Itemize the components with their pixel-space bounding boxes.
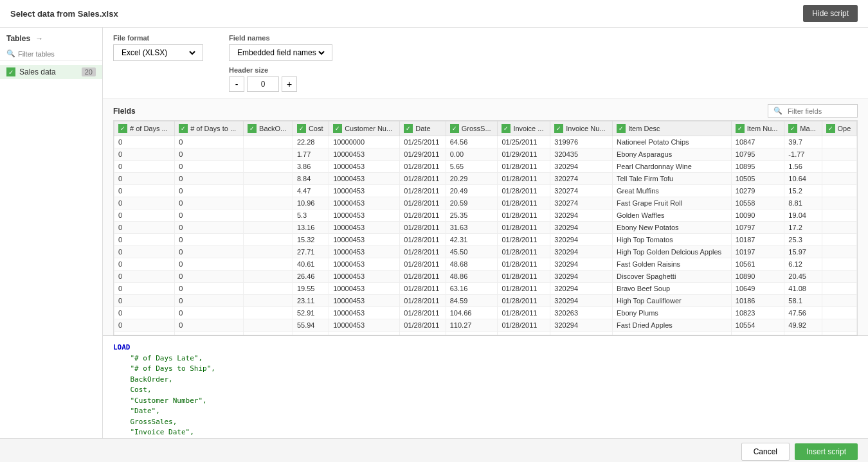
table-cell: 0 [175,185,244,197]
col-header-item-desc[interactable]: Item Desc [613,121,732,136]
table-cell: 31.63 [446,222,498,234]
table-item-sales-data[interactable]: Sales data 20 [0,65,102,79]
table-cell: 320294 [550,319,613,332]
table-cell: 45.50 [446,246,498,258]
table-cell: 10.96 [293,197,329,209]
table-cell: 320294 [550,283,613,295]
table-cell [822,295,856,307]
col-header-margin[interactable]: Ma... [784,121,822,136]
table-cell: 40.61 [293,258,329,271]
col-header-gross[interactable]: GrossS... [446,121,498,136]
table-cell [244,246,293,258]
table-cell: 01/28/2011 [498,173,550,185]
col-header-backorder[interactable]: BackO... [244,121,293,136]
table-cell: High Top Tomatos [613,234,732,246]
filter-tables-wrap: 🔍 [0,47,102,61]
table-cell [244,234,293,246]
col-header-invoice-num[interactable]: Invoice Nu... [550,121,613,136]
col-header-item-num[interactable]: Item Nu... [731,121,784,136]
data-table-wrap[interactable]: # of Days ... # of Days to ... BackO... … [113,120,858,335]
table-cell: 15.2 [784,185,822,197]
table-cell: 10558 [731,197,784,209]
table-cell: 01/28/2011 [400,234,446,246]
table-cell: 10279 [731,185,784,197]
header-size-row: - 0 + [229,76,332,92]
sales-data-checkbox[interactable] [6,67,15,76]
table-row: 008.841000045301/28/201120.2901/28/20113… [114,173,857,185]
table-cell [822,148,856,161]
table-row: 0019.551000045301/28/201163.1601/28/2011… [114,283,857,295]
table-cell: 10561 [731,258,784,271]
table-cell: 4.47 [293,185,329,197]
table-cell: 156.50 [446,332,498,336]
table-cell: 0 [114,271,175,283]
table-cell: 01/28/2011 [400,271,446,283]
col-header-ope[interactable]: Ope [822,121,856,136]
header-minus-btn[interactable]: - [229,76,244,92]
col-header-customer[interactable]: Customer Nu... [329,121,400,136]
filter-tables-input[interactable] [18,50,96,58]
file-format-label: File format [113,34,203,42]
insert-script-button[interactable]: Insert script [795,443,858,460]
table-cell: Just Right Chicken Ramen Soup [613,332,732,336]
field-names-group: Field names Embedded field names No fiel… [229,34,332,61]
table-cell [822,246,856,258]
table-cell [822,136,856,148]
table-cell [822,197,856,209]
table-cell: 10000453 [329,332,400,336]
table-cell: 0 [175,258,244,271]
cancel-button[interactable]: Cancel [741,443,790,461]
script-section: LOAD "# of Days Late", "# of Days to Shi… [103,335,868,438]
table-cell: 01/29/2011 [498,148,550,161]
col-header-days[interactable]: # of Days ... [114,121,175,136]
table-cell: 01/28/2011 [498,246,550,258]
table-cell: 10554 [731,319,784,332]
field-names-select-wrap[interactable]: Embedded field names No field names [229,44,332,61]
filter-fields-input[interactable] [788,107,852,115]
hide-script-button[interactable]: Hide script [803,5,858,22]
table-cell: 47.56 [784,307,822,319]
table-cell: 10186 [731,295,784,307]
table-cell: 55.94 [293,319,329,332]
table-cell: 15.32 [293,234,329,246]
table-cell: 26.46 [293,271,329,283]
header-size-label: Header size [229,66,332,74]
table-cell: 10197 [731,246,784,258]
table-row: 003.861000045301/28/20115.6501/28/201132… [114,161,857,173]
field-names-select[interactable]: Embedded field names No field names [235,48,327,58]
table-cell: 0 [114,246,175,258]
sales-data-name: Sales data [19,67,56,76]
table-cell: 48.68 [446,258,498,271]
table-cell: 0 [114,319,175,332]
file-format-select-wrap[interactable]: Excel (XLSX) CSV JSON [113,44,203,61]
table-cell: 01/28/2011 [498,295,550,307]
table-cell: 10895 [731,161,784,173]
table-cell: 10000000 [329,136,400,148]
table-cell: 10797 [731,222,784,234]
table-cell: 0 [114,185,175,197]
header-plus-btn[interactable]: + [282,76,297,92]
sales-data-count: 20 [82,67,96,76]
table-cell: 10090 [731,209,784,222]
table-cell: Fast Grape Fruit Roll [613,197,732,209]
table-cell: 0 [114,148,175,161]
col-header-cost[interactable]: Cost [293,121,329,136]
table-cell [822,222,856,234]
table-cell: 0 [175,295,244,307]
header-value: 0 [247,76,279,92]
script-field-line: "Customer Number", [113,396,858,407]
table-cell: 319976 [550,136,613,148]
table-cell: 10823 [731,307,784,319]
table-cell: 10.64 [784,173,822,185]
table-cell: 0 [114,332,175,336]
table-cell: 01/28/2011 [400,283,446,295]
table-cell: 01/29/2011 [400,148,446,161]
file-format-select[interactable]: Excel (XLSX) CSV JSON [119,48,197,58]
table-body: 0022.281000000001/25/201164.5601/25/2011… [114,136,857,336]
table-cell: 8.81 [784,197,822,209]
file-format-group: File format Excel (XLSX) CSV JSON [113,34,203,61]
col-header-invoice[interactable]: Invoice ... [498,121,550,136]
table-cell: 01/25/2011 [498,136,550,148]
col-header-date[interactable]: Date [400,121,446,136]
col-header-days-to[interactable]: # of Days to ... [175,121,244,136]
